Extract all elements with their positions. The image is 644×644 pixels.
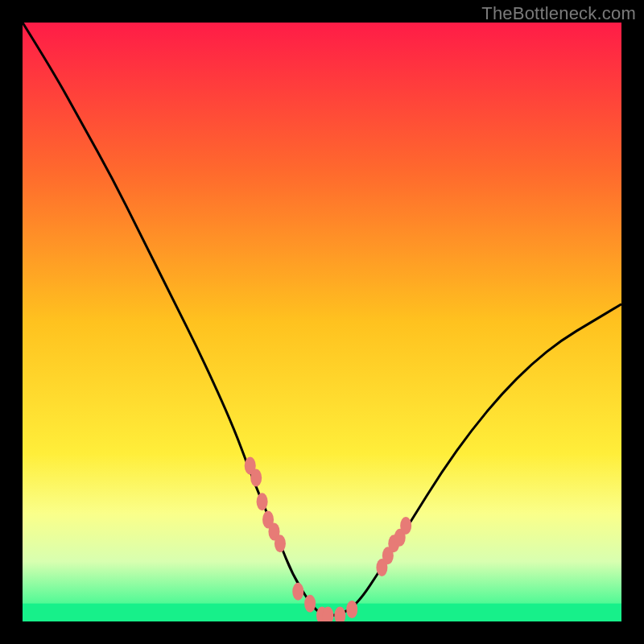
highlight-dot [275,535,286,552]
gradient-background [23,23,621,621]
watermark-text: TheBottleneck.com [481,3,636,24]
highlight-dot [250,469,262,486]
highlight-dot [346,601,357,618]
highlight-dot [304,595,316,613]
highlight-dot [257,493,268,510]
bottleneck-chart [23,23,621,621]
highlight-dot [400,517,411,535]
chart-frame [23,23,621,621]
highlight-dot [292,583,303,601]
